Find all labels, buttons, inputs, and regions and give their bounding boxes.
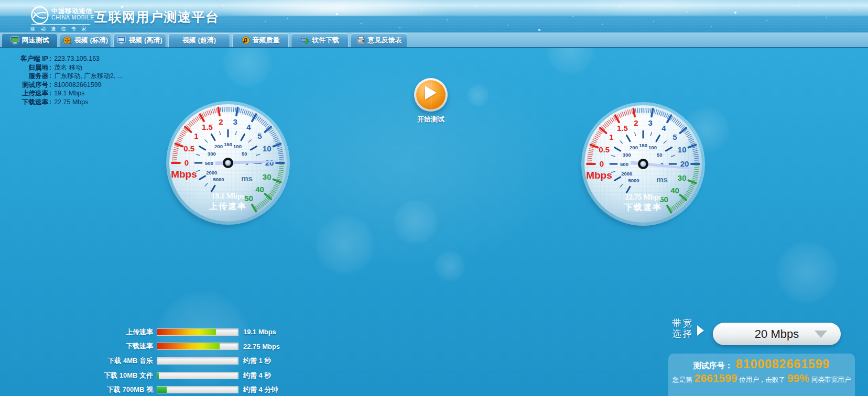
tab-speed-test[interactable]: 网速测试 [2, 33, 58, 47]
svg-text:2: 2 [634, 118, 638, 127]
start-test-label: 开始测试 [405, 115, 457, 124]
speed-summary-bars: 上传速率19.1 Mbps下载速率22.75 Mbps下载 4MB 音乐约需 1… [79, 325, 280, 396]
tab-video-hd[interactable]: 视频 (高清) [113, 33, 166, 47]
tab-label: 意见反馈表 [368, 36, 402, 45]
svg-text:1.5: 1.5 [617, 124, 628, 133]
logo-divider [31, 24, 90, 25]
svg-text:30: 30 [678, 173, 687, 182]
info-label: 服务器 [7, 72, 48, 81]
svg-text:2000: 2000 [206, 170, 217, 175]
bar-row: 上传速率19.1 Mbps [79, 325, 280, 339]
svg-text:200: 200 [630, 145, 638, 150]
connection-info-panel: 客户端 IP:223.73.105.163归属地:茂名 移动服务器:广东移动, … [7, 54, 123, 107]
svg-text:0: 0 [185, 158, 189, 167]
bar-row: 下载 4MB 音乐约需 1 秒 [79, 354, 280, 368]
svg-text:22.75 Mbps: 22.75 Mbps [625, 193, 661, 201]
svg-text:150: 150 [639, 142, 647, 148]
tab-label: 软件下载 [312, 36, 339, 45]
info-row: 客户端 IP:223.73.105.163 [7, 54, 123, 63]
fax-icon [356, 36, 365, 45]
logo-text-en: CHINA MOBILE [51, 14, 94, 20]
bar-fill [157, 372, 159, 379]
svg-text:0.5: 0.5 [183, 144, 194, 153]
rank-suffix: 同类带宽用户 [811, 376, 851, 384]
svg-text:Mbps: Mbps [586, 170, 612, 181]
tab-feedback-form[interactable]: 意见反馈表 [351, 33, 407, 47]
bar-value: 约需 1 秒 [243, 356, 271, 366]
speedtest-page: 中国移动通信 CHINA MOBILE 移 动 通 信 专 家 互联网用户测速平… [0, 0, 868, 396]
bokeh-circle [393, 199, 439, 245]
svg-text:100: 100 [648, 145, 657, 150]
bar-track [157, 343, 238, 350]
info-row: 下载速率:22.75 Mbps [7, 98, 123, 107]
info-label: 客户端 IP [7, 54, 48, 63]
svg-text:5000: 5000 [213, 177, 224, 182]
svg-text:1: 1 [194, 131, 198, 140]
bandwidth-select[interactable]: 20 Mbps [713, 323, 841, 345]
serial-label: 测试序号： [693, 361, 733, 371]
tab-bar: 网速测试视频 (标清)视频 (高清)视频 (超清)音频质量软件下载意见反馈表 [0, 32, 868, 48]
svg-text:4: 4 [246, 123, 251, 131]
info-value: 22.75 Mbps [54, 98, 88, 107]
info-value: 广东移动, 广东移动2, ... [54, 72, 123, 81]
info-row: 归属地:茂名 移动 [7, 63, 123, 72]
svg-text:5: 5 [257, 131, 262, 140]
svg-text:2: 2 [219, 117, 223, 126]
svg-text:2000: 2000 [621, 171, 632, 177]
bar-row: 下载 700MB 视约需 4 分钟 [79, 382, 280, 396]
tab-software-download[interactable]: 软件下载 [291, 33, 349, 47]
tab-label: 音频质量 [253, 36, 280, 45]
bar-row: 下载 10MB 文件约需 4 秒 [79, 368, 280, 383]
serial-value: 8100082661599 [736, 357, 830, 371]
start-test-button[interactable] [414, 78, 448, 112]
svg-text:ms: ms [656, 175, 668, 184]
bar-value: 22.75 Mbps [243, 343, 280, 350]
rank-number: 2661599 [695, 372, 737, 384]
svg-text:150: 150 [224, 141, 232, 147]
svg-text:300: 300 [623, 152, 631, 158]
tab-audio-quality[interactable]: 音频质量 [232, 33, 289, 47]
bar-track [157, 386, 238, 393]
page-title: 互联网用户测速平台 [94, 8, 220, 26]
svg-text:5000: 5000 [628, 178, 639, 183]
bandwidth-selected-value: 20 Mbps [755, 327, 799, 341]
svg-text:40: 40 [255, 185, 264, 194]
bar-value: 约需 4 分钟 [243, 385, 278, 394]
svg-text:500: 500 [620, 161, 628, 167]
tab-video-uhd[interactable]: 视频 (超清) [168, 33, 230, 47]
svg-text:0: 0 [600, 159, 604, 168]
svg-text:40: 40 [670, 186, 679, 195]
bokeh-circle [466, 84, 490, 107]
info-value: 8100082661599 [54, 81, 101, 90]
svg-text:500: 500 [205, 160, 213, 166]
chevron-down-icon [815, 331, 827, 338]
upload-gauge: 00.511.523451020304050050100150200300500… [160, 95, 296, 231]
bar-label: 下载速率 [79, 342, 153, 351]
info-colon: : [49, 89, 51, 98]
rank-percent: 99% [787, 372, 809, 384]
info-row: 测试序号:8100082661599 [7, 81, 123, 90]
info-label: 下载速率 [7, 98, 48, 107]
bandwidth-pointer-icon [697, 325, 704, 336]
svg-text:30: 30 [263, 172, 272, 181]
svg-text:上传速率: 上传速率 [209, 201, 247, 211]
bandwidth-select-label: 带宽 选择 [672, 318, 693, 339]
info-label: 归属地 [7, 63, 48, 72]
tab-label: 视频 (标清) [74, 36, 108, 45]
svg-text:5: 5 [672, 133, 677, 141]
tab-label: 视频 (超清) [182, 36, 216, 45]
bar-fill [157, 343, 220, 349]
svg-text:10: 10 [678, 145, 687, 154]
tab-video-sd[interactable]: 视频 (标清) [60, 33, 111, 47]
svg-text:4: 4 [661, 124, 666, 133]
bar-label: 下载 4MB 音乐 [79, 356, 153, 366]
bar-row: 下载速率22.75 Mbps [79, 339, 280, 354]
bar-fill [157, 329, 216, 335]
bar-value: 约需 4 秒 [243, 371, 271, 380]
bar-label: 下载 10MB 文件 [79, 371, 153, 380]
info-value: 223.73.105.163 [54, 54, 100, 63]
svg-text:3: 3 [233, 117, 237, 126]
bar-track [157, 372, 238, 379]
film-reel-icon [63, 36, 72, 45]
svg-text:100: 100 [233, 144, 242, 149]
